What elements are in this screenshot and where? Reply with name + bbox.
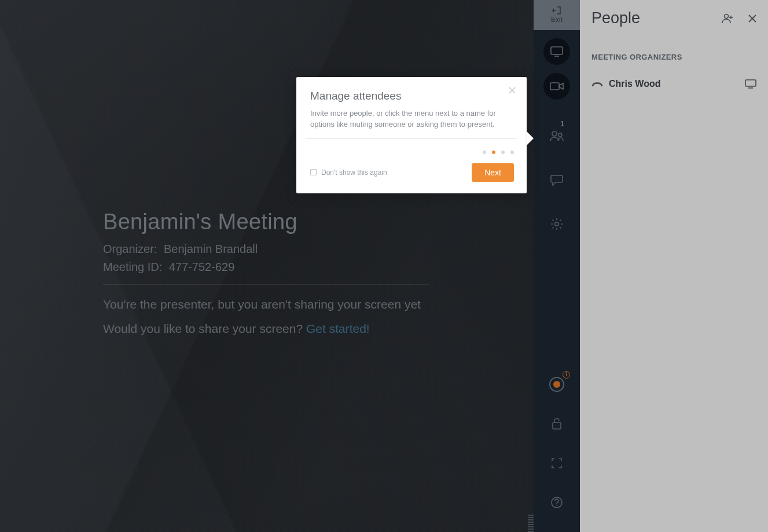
settings-button[interactable] — [543, 211, 570, 237]
popover-step-dots — [296, 139, 527, 156]
meeting-id-label: Meeting ID: — [103, 261, 162, 273]
share-prompt-line: Would you like to share your screen? Get… — [103, 322, 429, 336]
dont-show-again-label: Don't show this again — [321, 168, 387, 177]
popover-title: Manage attendees — [310, 90, 513, 102]
phone-connected-icon — [591, 81, 602, 87]
meeting-id-value: 477-752-629 — [169, 261, 234, 273]
organizer-row: Organizer: Benjamin Brandall — [103, 243, 429, 256]
svg-point-2 — [552, 131, 557, 136]
unlock-icon — [552, 417, 562, 430]
popover-close-button[interactable] — [506, 84, 519, 97]
share-screen-button[interactable] — [543, 38, 570, 65]
info-badge-icon: i — [563, 371, 570, 379]
help-icon — [551, 497, 563, 508]
meeting-title: Benjamin's Meeting — [103, 210, 429, 234]
close-icon — [509, 87, 516, 94]
meeting-info-divider — [103, 284, 429, 285]
organizer-label: Organizer: — [103, 243, 157, 255]
exit-icon — [552, 6, 561, 14]
section-organizers-label: MEETING ORGANIZERS — [591, 53, 756, 61]
presenting-monitor-icon — [745, 79, 756, 89]
dont-show-again-checkbox[interactable]: Don't show this again — [310, 168, 387, 177]
exit-label: Exit — [551, 16, 563, 24]
people-count-badge: 1 — [560, 119, 564, 128]
organizer-name: Chris Wood — [609, 79, 660, 89]
svg-point-7 — [556, 505, 557, 506]
svg-rect-0 — [551, 47, 563, 54]
close-icon — [748, 14, 756, 23]
popover-body: Invite more people, or click the menu ne… — [296, 108, 527, 138]
record-button[interactable]: i — [543, 371, 570, 398]
presenter-status: You're the presenter, but you aren't sha… — [103, 298, 429, 311]
step-dot[interactable] — [492, 151, 495, 154]
share-prompt-text: Would you like to share your screen? — [103, 322, 306, 335]
gear-icon — [550, 218, 563, 230]
meeting-id-row: Meeting ID: 477-752-629 — [103, 261, 429, 274]
checkbox-box-icon — [310, 169, 317, 175]
organizer-value: Benjamin Brandall — [164, 243, 258, 255]
chat-panel-toggle[interactable] — [543, 167, 570, 193]
people-panel-toggle[interactable]: 1 — [543, 123, 570, 149]
svg-rect-1 — [550, 83, 559, 90]
svg-point-4 — [555, 222, 558, 226]
record-icon: i — [549, 377, 564, 392]
lock-meeting-button[interactable] — [543, 410, 570, 437]
meeting-info: Benjamin's Meeting Organizer: Benjamin B… — [103, 210, 429, 336]
video-camera-icon — [550, 82, 564, 91]
organizer-row[interactable]: Chris Wood — [591, 79, 756, 89]
step-dot[interactable] — [501, 151, 505, 154]
help-button[interactable] — [543, 489, 570, 516]
invite-people-button[interactable] — [722, 13, 733, 24]
control-column: Exit 1 — [534, 0, 580, 532]
close-people-panel-button[interactable] — [748, 14, 756, 23]
svg-point-8 — [725, 14, 729, 18]
people-panel-title: People — [591, 9, 640, 27]
monitor-icon — [550, 46, 563, 57]
fullscreen-button[interactable] — [543, 450, 570, 476]
get-started-link[interactable]: Get started! — [306, 322, 370, 335]
tour-popover: Manage attendees Invite more people, or … — [296, 77, 527, 193]
svg-rect-5 — [553, 423, 561, 429]
svg-point-3 — [558, 133, 562, 137]
resize-grip[interactable] — [528, 513, 534, 532]
share-webcam-button[interactable] — [543, 73, 570, 100]
step-dot[interactable] — [510, 151, 514, 154]
add-user-icon — [722, 13, 733, 24]
svg-rect-9 — [745, 80, 756, 86]
exit-button[interactable]: Exit — [534, 0, 580, 30]
popover-next-button[interactable]: Next — [472, 163, 514, 182]
step-dot[interactable] — [483, 151, 486, 154]
chat-icon — [550, 174, 563, 186]
people-icon — [550, 130, 564, 142]
people-panel: People MEETING ORGANIZERS — [580, 0, 768, 532]
fullscreen-icon — [552, 458, 562, 468]
